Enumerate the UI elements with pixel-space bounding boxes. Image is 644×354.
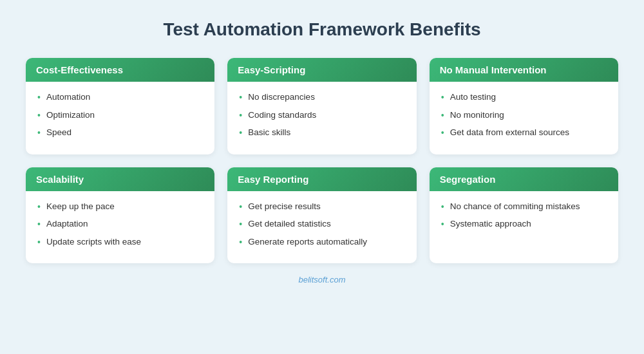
list-item: Basic skills — [238, 126, 406, 139]
list-item: Get precise results — [238, 200, 406, 213]
card-cost-effectiveness: Cost-EffectivenessAutomationOptimization… — [26, 58, 214, 154]
list-item: Keep up the pace — [36, 200, 204, 213]
card-header-easy-scripting: Easy-Scripting — [227, 58, 416, 82]
card-header-cost-effectiveness: Cost-Effectiveness — [26, 58, 214, 82]
footer-text: belitsoft.com — [299, 275, 346, 284]
card-easy-scripting: Easy-ScriptingNo discrepanciesCoding sta… — [227, 58, 416, 154]
list-item: Automation — [36, 91, 204, 104]
card-easy-reporting: Easy ReportingGet precise resultsGet det… — [227, 167, 416, 264]
list-item: Adaptation — [36, 218, 204, 230]
list-item: Optimization — [36, 109, 204, 122]
card-body-easy-scripting: No discrepanciesCoding standardsBasic sk… — [227, 82, 416, 154]
list-item: Auto testing — [440, 91, 608, 104]
card-body-cost-effectiveness: AutomationOptimizationSpeed — [26, 82, 214, 154]
card-body-no-manual-intervention: Auto testingNo monitoringGet data from e… — [430, 82, 618, 154]
card-body-scalability: Keep up the paceAdaptationUpdate scripts… — [26, 191, 214, 264]
card-body-easy-reporting: Get precise resultsGet detailed statisti… — [227, 191, 416, 264]
benefits-grid: Cost-EffectivenessAutomationOptimization… — [26, 58, 618, 263]
list-item: Speed — [36, 126, 204, 139]
card-header-scalability: Scalability — [26, 167, 214, 191]
card-header-no-manual-intervention: No Manual Intervention — [430, 58, 618, 82]
card-body-segregation: No chance of commiting mistakesSystemati… — [430, 191, 618, 246]
list-item: No monitoring — [440, 109, 608, 122]
list-item: Get detailed statistics — [238, 218, 406, 230]
card-header-segregation: Segregation — [430, 167, 618, 191]
card-header-easy-reporting: Easy Reporting — [227, 167, 416, 191]
list-item: No discrepancies — [238, 91, 406, 104]
list-item: Generate reports automatically — [238, 236, 406, 248]
list-item: Update scripts with ease — [36, 236, 204, 248]
card-no-manual-intervention: No Manual InterventionAuto testingNo mon… — [430, 58, 618, 154]
list-item: Get data from external sources — [440, 126, 608, 139]
list-item: Coding standards — [238, 109, 406, 122]
page-title: Test Automation Framework Benefits — [163, 19, 480, 40]
card-scalability: ScalabilityKeep up the paceAdaptationUpd… — [26, 167, 214, 264]
card-segregation: SegregationNo chance of commiting mistak… — [430, 167, 618, 264]
list-item: Systematic approach — [440, 218, 608, 230]
list-item: No chance of commiting mistakes — [440, 200, 608, 213]
